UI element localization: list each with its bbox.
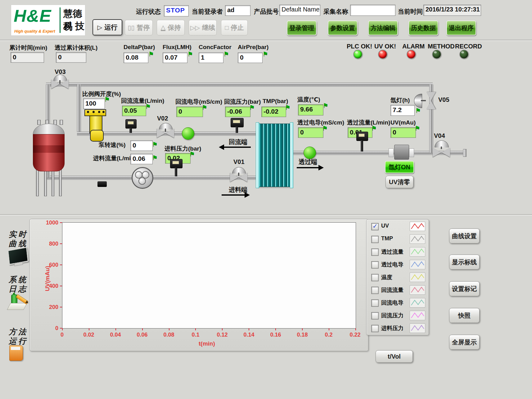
feed-flow-arrow <box>222 194 248 196</box>
tank-leg <box>59 168 62 196</box>
perm-cond-line-swatch[interactable] <box>410 260 425 269</box>
run-status-label: 运行状态 <box>136 7 161 16</box>
tmp-flag-icon: ⚑ <box>285 104 291 111</box>
feed-press-label: 进料压力(bar) <box>165 145 201 153</box>
feed-flow-input[interactable]: 0.06 <box>130 154 153 164</box>
tank-leg <box>36 168 39 196</box>
valve-v03 <box>51 79 69 89</box>
deltap-flag-icon: ⚑ <box>148 51 154 57</box>
uv-zero-button[interactable]: UV清零 <box>385 176 413 188</box>
y-tick-400: 400 <box>37 283 58 289</box>
concfactor-input[interactable]: 1 <box>199 52 223 63</box>
stop-button[interactable]: □ 停止 <box>221 20 248 35</box>
exit-program-button[interactable]: 退出程序 <box>446 20 476 35</box>
stop-button-label: 停止 <box>231 23 244 32</box>
deltap-input[interactable]: 0.08 <box>124 52 148 63</box>
current-user-label: 当前登录者 <box>192 7 223 16</box>
legend-label: 透过流量 <box>381 248 404 256</box>
hold-button-label: 保持 <box>168 23 181 32</box>
logo-he-text: H&E <box>14 6 51 26</box>
prop-valve-input[interactable]: 100 <box>83 98 105 109</box>
uv-reading-flag-icon: ⚑ <box>415 125 420 131</box>
uv-checkbox[interactable] <box>371 223 379 230</box>
xenon-on-button[interactable]: 氙灯ON <box>385 161 414 173</box>
nav-realtime-curve-label: 实时曲线 <box>9 230 28 248</box>
tvol-toggle-button[interactable]: t/Vol <box>376 350 413 363</box>
perm-flow-checkbox[interactable] <box>371 248 379 256</box>
airpre-flag-icon: ⚑ <box>263 51 268 57</box>
legend-row-reflux-flow: 回流流量 <box>370 285 426 296</box>
pump-speed-flag-icon: ⚑ <box>152 141 158 147</box>
valve-v05-label: V05 <box>438 96 449 103</box>
pause-button[interactable]: ▯▯ 暂停 <box>125 20 153 35</box>
flux-input[interactable]: 0.07 <box>163 52 187 63</box>
reflux-press-value: -0.06 <box>225 107 250 117</box>
valve-v01-label: V01 <box>233 158 245 165</box>
permeate-flow-arrow <box>297 167 322 168</box>
current-time-label: 当前时间 <box>398 7 423 16</box>
hold-icon: △ <box>161 25 165 31</box>
x-tick: 0.2 <box>325 332 332 338</box>
y-tick-800: 800 <box>37 241 58 247</box>
y-axis-ticks <box>60 222 62 329</box>
feed-tank <box>33 134 65 171</box>
reflux-flow-line-swatch[interactable] <box>410 285 425 295</box>
chart-plot-area[interactable] <box>62 222 356 329</box>
login-manage-button[interactable]: 登录管理 <box>287 20 317 35</box>
legend-label: 回流压力 <box>381 312 404 319</box>
legend-row-feed-press: 进料压力 <box>370 324 426 334</box>
fullscreen-button[interactable]: 全屏显示 <box>449 335 480 350</box>
run-button[interactable]: ▷ 运行 <box>92 19 122 35</box>
current-user-value: ad <box>225 5 250 16</box>
book-icon <box>9 345 23 361</box>
set-marker-button[interactable]: 设置标记 <box>449 281 480 296</box>
legend-label: 透过电导 <box>381 261 404 268</box>
pump-speed-input[interactable]: 0 <box>130 140 153 151</box>
valve-v05-flag-icon: ⚑ <box>415 107 421 114</box>
method-edit-button[interactable]: 方法编辑 <box>368 20 398 35</box>
valve-v02 <box>157 129 174 138</box>
feed-press-checkbox[interactable] <box>371 325 379 332</box>
temp-checkbox[interactable] <box>371 274 379 281</box>
feed-press-line-swatch[interactable] <box>410 324 425 333</box>
reflux-press-flag-icon: ⚑ <box>249 104 255 111</box>
reflux-flow-checkbox[interactable] <box>371 287 379 294</box>
feed-press-flag-icon: ⚑ <box>189 151 195 157</box>
airpre-input[interactable]: 0 <box>238 52 263 63</box>
batch-input[interactable]: Default Name <box>279 5 320 16</box>
history-data-button[interactable]: 历史数据 <box>408 20 438 35</box>
hold-button[interactable]: △ 保持 <box>157 20 185 35</box>
reflux-press-line-swatch[interactable] <box>410 311 425 320</box>
reflux-cond-line-swatch[interactable] <box>410 298 425 307</box>
reflux-cond-checkbox[interactable] <box>371 299 379 307</box>
uv-flow-cell <box>394 145 409 160</box>
reflux-press-checkbox[interactable] <box>371 312 379 320</box>
hmi-main-screen: H&E High quality & Expert 慧德易 科 技 运行状态 S… <box>0 0 532 399</box>
legend-row-reflux-press: 回流压力 <box>370 311 426 321</box>
param-settings-button[interactable]: 参数设置 <box>328 20 358 35</box>
snapshot-button[interactable]: 快照 <box>449 308 480 323</box>
collect-name-input[interactable] <box>350 5 395 16</box>
prop-valve-bolt <box>102 111 105 113</box>
total-volume-label: 透过累计体积(L) <box>55 44 97 52</box>
perm-cond-checkbox[interactable] <box>371 261 379 269</box>
reflux-flow-label: 回流流量(L/min) <box>121 97 164 105</box>
temp-line-swatch[interactable] <box>410 273 425 282</box>
permeate-port-label: 透过端 <box>299 158 317 166</box>
current-time-value: 2016/1/23 10:27:31 <box>423 5 481 16</box>
resume-button[interactable]: ▷▷ 继续 <box>189 20 217 35</box>
temp-label: 温度(℃) <box>297 96 320 104</box>
concfactor-flag-icon: ⚑ <box>223 51 229 57</box>
perm-flow-line-swatch[interactable] <box>410 247 425 256</box>
uv-line-swatch[interactable] <box>410 222 425 231</box>
resume-button-label: 继续 <box>202 23 215 32</box>
curve-settings-button[interactable]: 曲线设置 <box>449 229 480 243</box>
x-tick: 0.18 <box>297 332 308 338</box>
show-marker-line-button[interactable]: 显示标线 <box>449 255 480 270</box>
reflux-press-label: 回流压力(bar) <box>224 98 261 106</box>
tmp-checkbox[interactable] <box>371 236 379 243</box>
tmp-line-swatch[interactable] <box>410 234 425 244</box>
reflux-flow-arrow <box>221 147 251 148</box>
feed-pump <box>132 167 153 189</box>
x-tick: 0.14 <box>243 332 254 338</box>
